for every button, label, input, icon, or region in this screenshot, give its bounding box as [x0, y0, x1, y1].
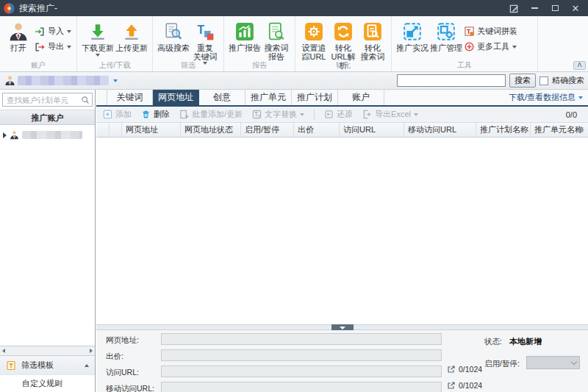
detail-url-input[interactable]	[161, 333, 442, 345]
custom-rules-label: 自定义规则	[22, 378, 62, 389]
more-tools-button[interactable]: 更多工具	[465, 41, 517, 52]
detail-panel: 网页地址: 出价: 访问URL: 0/1024 移动访问URL: 0	[96, 330, 588, 392]
more-tools-icon	[465, 42, 474, 51]
expand-editor-icon[interactable]	[447, 381, 456, 390]
tree-expand-icon[interactable]	[3, 132, 7, 138]
promotion-report-button[interactable]: 推广报告	[228, 18, 262, 52]
detail-bid-input[interactable]	[161, 349, 442, 361]
visit-url-counter: 0/1024	[459, 365, 482, 374]
ribbon-collapse-button[interactable]: ᐱ	[573, 61, 586, 70]
tab-promotion-unit[interactable]: 推广单元	[245, 90, 292, 105]
status-label: 状态:	[484, 337, 502, 347]
minimize-button[interactable]	[529, 3, 539, 13]
column-header-url-status[interactable]: 网页地址状态	[181, 123, 241, 137]
open-button[interactable]: 打开	[4, 18, 33, 52]
enable-pause-select[interactable]	[526, 356, 580, 369]
advanced-search-label: 高级搜索	[157, 43, 190, 52]
detail-mobile-url-input[interactable]	[161, 382, 442, 392]
search-button[interactable]: 搜索	[509, 74, 536, 88]
tab-creative[interactable]: 创意	[199, 90, 245, 105]
track-url-button[interactable]: 设置追 踪URL	[299, 18, 329, 61]
download-update-button[interactable]: 下载更新	[81, 18, 115, 57]
restore-button[interactable]: 还原	[324, 109, 353, 120]
duplicate-keywords-icon: T	[196, 20, 215, 43]
row-state-column-header[interactable]	[110, 123, 122, 137]
account-tree-item[interactable]	[0, 129, 95, 141]
tab-promotion-plan[interactable]: 推广计划	[292, 90, 338, 105]
text-replace-label: 文字替换	[265, 109, 297, 120]
search-term-report-button[interactable]: 搜索词 报告	[262, 18, 291, 61]
promotion-live-label: 推广实况	[396, 43, 429, 52]
filter-template-label: 筛选模板	[21, 360, 79, 371]
maximize-button[interactable]	[550, 3, 560, 13]
selection-counter: 0/0	[566, 110, 577, 119]
tab-keywords[interactable]: 关键词	[107, 90, 153, 105]
exact-search-checkbox[interactable]	[539, 76, 548, 85]
duplicate-keywords-button[interactable]: T 重复 关键词	[190, 18, 220, 65]
delete-button[interactable]: 删除	[141, 109, 170, 120]
text-replace-button[interactable]: T a 文字替换	[252, 109, 304, 120]
keyword-assemble-button[interactable]: T 关键词拼装	[465, 26, 517, 37]
export-excel-dropdown-icon	[414, 113, 418, 116]
quick-search-input[interactable]	[397, 74, 506, 87]
promotion-manage-label: 推广管理	[430, 43, 462, 52]
column-header-enable-pause[interactable]: 启用/暂停	[241, 123, 294, 137]
export-excel-icon	[362, 110, 372, 119]
promotion-manage-button[interactable]: 推广管理	[429, 18, 463, 52]
custom-rules-item[interactable]: 自定义规则	[0, 374, 95, 392]
download-update-icon	[88, 20, 107, 43]
detail-mobile-url-label: 移动访问URL:	[106, 384, 154, 392]
add-icon	[103, 110, 112, 119]
column-header-visit-url[interactable]: 访问URL	[340, 123, 404, 137]
select-all-column-header[interactable]	[96, 123, 110, 137]
batch-add-update-button[interactable]: 批量添加/更新	[179, 109, 243, 120]
column-header-url[interactable]: 网页地址	[122, 123, 181, 137]
promotion-live-button[interactable]: 推广实况	[395, 18, 429, 52]
export-excel-label: 导出Excel	[375, 109, 411, 120]
conversion-search-term-button[interactable]: 转化 搜索词	[358, 18, 387, 61]
download-view-data-link[interactable]: 下载/查看数据信息	[509, 90, 583, 105]
scroll-right-icon[interactable]	[90, 349, 93, 353]
column-header-bid[interactable]: 出价	[294, 123, 340, 137]
text-replace-dropdown-icon	[300, 113, 304, 116]
sidebar-horizontal-scrollbar[interactable]	[0, 346, 95, 355]
tab-account[interactable]: 账户	[338, 90, 384, 105]
window-title: 搜索推广-	[19, 2, 57, 15]
scroll-left-icon[interactable]	[2, 349, 5, 353]
search-term-report-icon	[267, 20, 286, 43]
detail-visit-url-input[interactable]	[161, 366, 442, 377]
collapse-up-icon[interactable]	[85, 364, 89, 367]
import-button[interactable]: 导入	[35, 26, 71, 37]
column-settings-gear-icon[interactable]	[576, 125, 586, 135]
column-header-mobile-visit-url[interactable]: 移动访问URL	[404, 123, 476, 137]
track-url-gear-icon	[304, 20, 323, 43]
import-icon	[35, 26, 45, 37]
account-switch-dropdown[interactable]	[113, 79, 118, 82]
conversion-search-term-icon	[363, 20, 382, 43]
export-button[interactable]: 导出	[35, 41, 71, 52]
close-button[interactable]: ✕	[570, 3, 581, 13]
promotion-report-icon	[235, 20, 254, 43]
upload-update-button[interactable]: 上传更新	[115, 18, 148, 52]
edit-icon[interactable]	[509, 3, 519, 13]
expand-editor-icon[interactable]	[447, 365, 456, 374]
restore-label: 还原	[337, 109, 353, 120]
advanced-search-button[interactable]: 高级搜索	[157, 18, 190, 52]
download-update-label: 下载更新	[82, 43, 114, 52]
tab-web-address[interactable]: 网页地址	[153, 90, 199, 105]
batch-add-icon	[179, 110, 189, 119]
app-window: 搜索推广- ✕	[0, 0, 588, 392]
add-button[interactable]: 添加	[103, 109, 132, 120]
detail-bid-label: 出价:	[106, 352, 123, 362]
export-label: 导出	[48, 41, 64, 52]
detail-splitter[interactable]	[96, 324, 588, 330]
export-excel-button[interactable]: 导出Excel	[362, 109, 418, 120]
grid-body-empty[interactable]	[96, 138, 588, 324]
filter-template-panel[interactable]: 筛选模板	[0, 355, 95, 374]
restore-icon	[324, 110, 334, 119]
sidebar-search-input[interactable]	[5, 95, 81, 105]
toolbar-separator	[314, 110, 315, 119]
mobile-url-counter: 0/1024	[459, 381, 482, 390]
filter-template-icon	[6, 360, 16, 371]
column-header-plan-name[interactable]: 推广计划名称	[476, 123, 531, 137]
